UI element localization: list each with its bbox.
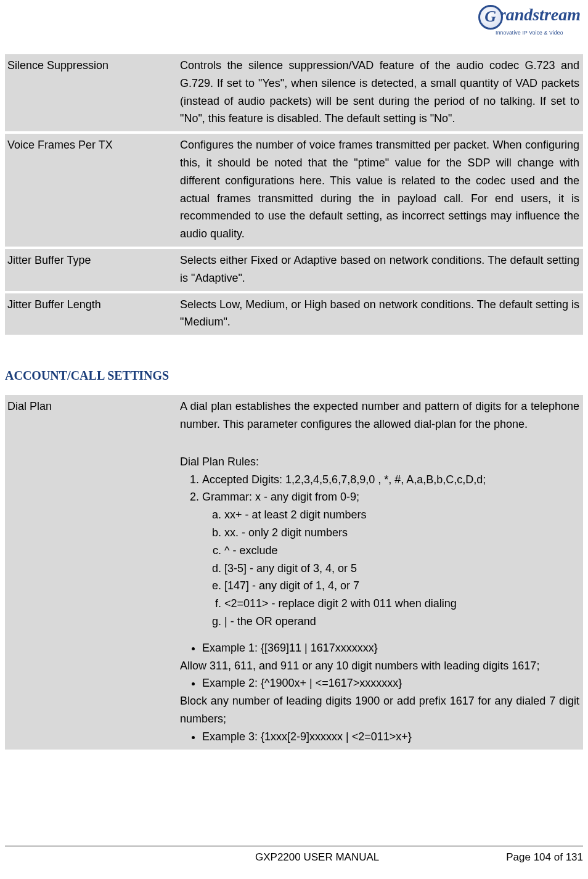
section-heading: ACCOUNT/CALL SETTINGS: [5, 366, 583, 385]
dialplan-examples-list: Example 2: {^1900x+ | <=1617>xxxxxxx}: [197, 674, 579, 692]
footer-page-number: Page 104 of 131: [506, 849, 583, 865]
logo-globe-icon: G: [478, 5, 503, 30]
logo-text: randstream: [499, 5, 581, 24]
list-item: [147] - any digit of 1, 4, or 7: [224, 577, 579, 595]
dialplan-sublist: xx+ - at least 2 digit numbers xx. - onl…: [219, 506, 579, 631]
setting-desc: Selects Low, Medium, or High based on ne…: [178, 293, 583, 335]
setting-label: Dial Plan: [5, 395, 178, 749]
list-item: [3-5] - any digit of 3, 4, or 5: [224, 560, 579, 578]
list-item: Example 3: {1xxx[2-9]xxxxxx | <2=011>x+}: [202, 728, 579, 746]
setting-desc: Configures the number of voice frames tr…: [178, 134, 583, 247]
page-footer: GXP2200 USER MANUAL Page 104 of 131: [5, 846, 583, 865]
page-content: Silence Suppression Controls the silence…: [5, 52, 583, 752]
setting-desc: Controls the silence suppression/VAD fea…: [178, 54, 583, 131]
dialplan-rules-list: Accepted Digits: 1,2,3,4,5,6,7,8,9,0 , *…: [197, 471, 579, 631]
table-row: Jitter Buffer Type Selects either Fixed …: [5, 249, 583, 291]
dialplan-examples-list: Example 3: {1xxx[2-9]xxxxxx | <2=011>x+}: [197, 728, 579, 746]
table-row: Voice Frames Per TX Configures the numbe…: [5, 134, 583, 247]
dialplan-intro: A dial plan establishes the expected num…: [180, 398, 579, 433]
example-note: Block any number of leading digits 1900 …: [180, 692, 579, 728]
settings-table-audio: Silence Suppression Controls the silence…: [5, 52, 583, 337]
list-item: <2=011> - replace digit 2 with 011 when …: [224, 595, 579, 613]
table-row: Dial Plan A dial plan establishes the ex…: [5, 395, 583, 749]
rule-text: Grammar: x - any digit from 0-9;: [202, 491, 359, 503]
setting-desc: Selects either Fixed or Adaptive based o…: [178, 249, 583, 291]
list-item: Example 2: {^1900x+ | <=1617>xxxxxxx}: [202, 674, 579, 692]
settings-table-call: Dial Plan A dial plan establishes the ex…: [5, 393, 583, 751]
dialplan-examples-list: Example 1: {[369]11 | 1617xxxxxxx}: [197, 639, 579, 657]
list-item: ^ - exclude: [224, 542, 579, 560]
list-item: Example 1: {[369]11 | 1617xxxxxxx}: [202, 639, 579, 657]
footer-manual-title: GXP2200 USER MANUAL: [5, 849, 506, 865]
logo-tagline: Innovative IP Voice & Video: [478, 29, 581, 38]
table-row: Jitter Buffer Length Selects Low, Medium…: [5, 293, 583, 335]
dialplan-rules-title: Dial Plan Rules:: [180, 453, 579, 471]
list-item: Accepted Digits: 1,2,3,4,5,6,7,8,9,0 , *…: [202, 471, 579, 489]
setting-label: Jitter Buffer Type: [5, 249, 178, 291]
setting-label: Jitter Buffer Length: [5, 293, 178, 335]
example-note: Allow 311, 611, and 911 or any 10 digit …: [180, 657, 579, 675]
setting-desc: A dial plan establishes the expected num…: [178, 395, 583, 749]
list-item: xx+ - at least 2 digit numbers: [224, 506, 579, 524]
brand-logo: Grandstream Innovative IP Voice & Video: [478, 4, 581, 38]
table-row: Silence Suppression Controls the silence…: [5, 54, 583, 131]
setting-label: Silence Suppression: [5, 54, 178, 131]
list-item: | - the OR operand: [224, 613, 579, 631]
setting-label: Voice Frames Per TX: [5, 134, 178, 247]
list-item: Grammar: x - any digit from 0-9; xx+ - a…: [202, 488, 579, 630]
list-item: xx. - only 2 digit numbers: [224, 524, 579, 542]
